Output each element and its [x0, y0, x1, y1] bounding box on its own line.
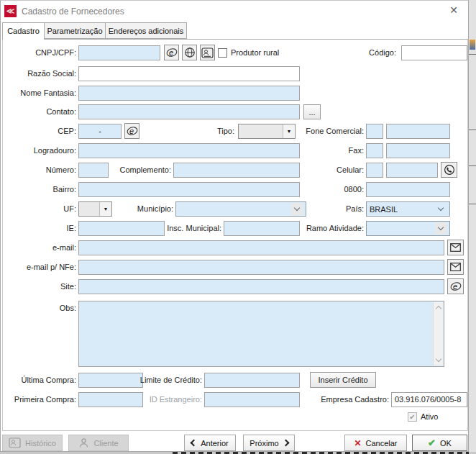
- limite-credito-input[interactable]: [204, 373, 300, 388]
- uf-select[interactable]: ▼: [78, 201, 112, 217]
- site-label: Site:: [1, 279, 76, 294]
- cancelar-button[interactable]: ✕ Cancelar: [344, 435, 407, 451]
- svg-text:e: e: [169, 48, 173, 57]
- window-title: Cadastro de Fornecedores: [22, 6, 124, 17]
- historico-label: Histórico: [25, 439, 56, 448]
- numero-label: Número:: [1, 163, 76, 178]
- razao-social-input[interactable]: [78, 66, 300, 81]
- tab-parametrizacao[interactable]: Parametrização: [44, 22, 106, 39]
- close-icon[interactable]: ✕: [449, 4, 458, 16]
- svg-text:e: e: [453, 282, 457, 291]
- id-estrangeiro-label: ID Estrangeiro:: [127, 392, 202, 407]
- ativo-checkbox[interactable]: ✔: [408, 412, 417, 422]
- cliente-button[interactable]: Cliente: [68, 435, 129, 451]
- limite-credito-label: Limite de Crédito:: [127, 373, 202, 388]
- historico-button[interactable]: Histórico: [2, 435, 63, 451]
- ramo-atividade-select[interactable]: [366, 221, 450, 236]
- anterior-label: Anterior: [201, 439, 229, 448]
- complemento-input[interactable]: [173, 163, 300, 178]
- contato-label: Contato:: [1, 104, 76, 119]
- proximo-button[interactable]: Próximo: [243, 435, 295, 451]
- ie-label: IE:: [1, 221, 76, 236]
- tipo-label: Tipo:: [177, 124, 234, 139]
- numero-input[interactable]: [78, 163, 109, 178]
- nome-fantasia-label: Nome Fantasia:: [1, 86, 76, 101]
- tel0800-input[interactable]: [366, 182, 450, 197]
- cnpj-contact-card-button[interactable]: [200, 45, 215, 60]
- email-label: e-mail:: [1, 240, 76, 255]
- celular-ddd-input[interactable]: [366, 163, 383, 178]
- tel0800-label: 0800:: [288, 182, 364, 197]
- send-email-nfe-button[interactable]: [447, 259, 464, 275]
- open-site-button[interactable]: e: [447, 278, 464, 294]
- bairro-input[interactable]: [78, 182, 300, 197]
- fone-comercial-input[interactable]: [386, 124, 450, 139]
- anterior-button[interactable]: Anterior: [184, 435, 236, 451]
- email-nfe-input[interactable]: [78, 260, 444, 275]
- fone-comercial-ddd-input[interactable]: [366, 124, 383, 139]
- ie-globe-icon: e: [127, 125, 138, 137]
- fone-comercial-label: Fone Comercial:: [288, 124, 364, 139]
- fax-ddd-input[interactable]: [366, 143, 383, 158]
- uf-value: [79, 202, 83, 216]
- empresa-cadastro-label: Empresa Cadastro:: [303, 392, 389, 407]
- pais-select[interactable]: BRASIL: [366, 201, 450, 217]
- send-email-button[interactable]: [447, 240, 464, 255]
- person-card-icon: [9, 437, 21, 448]
- tab-enderecos-adicionais[interactable]: Endereços adicionais: [105, 22, 187, 39]
- cep-web-lookup-button[interactable]: e: [124, 123, 139, 139]
- ativo-label: Ativo: [421, 409, 438, 425]
- svg-text:e: e: [129, 127, 134, 135]
- ultima-compra-label: Última Compra:: [1, 373, 76, 388]
- cep-label: CEP:: [1, 124, 76, 139]
- globe-icon: [184, 47, 196, 58]
- codigo-input[interactable]: [401, 45, 467, 60]
- ok-check-icon: ✔: [428, 437, 436, 448]
- celular-input[interactable]: [386, 163, 438, 178]
- empresa-cadastro-input[interactable]: 03.916.076/0005-8: [391, 392, 467, 407]
- chevron-left-icon: [191, 440, 198, 447]
- envelope-icon: [450, 243, 461, 252]
- id-estrangeiro-input[interactable]: [204, 392, 300, 407]
- logradouro-label: Logradouro:: [1, 143, 76, 158]
- obs-scrollbar[interactable]: [433, 302, 443, 366]
- ok-button[interactable]: ✔ OK: [412, 435, 467, 451]
- produtor-rural-checkbox[interactable]: [218, 48, 227, 58]
- dropdown-arrow-icon[interactable]: ▼: [99, 202, 111, 216]
- produtor-rural-label: Produtor rural: [231, 45, 279, 60]
- cnpj-label: CNPJ/CPF:: [1, 45, 76, 60]
- chevron-down-icon[interactable]: [435, 203, 447, 215]
- cancel-x-icon: ✕: [354, 438, 361, 448]
- obs-textarea[interactable]: [78, 301, 444, 367]
- insc-municipal-label: Insc. Municipal:: [166, 221, 221, 236]
- person-card-icon: [201, 47, 214, 58]
- cep-input[interactable]: -: [78, 124, 122, 139]
- municipio-label: Município:: [114, 201, 173, 217]
- fax-input[interactable]: [386, 143, 450, 158]
- whatsapp-button[interactable]: [441, 162, 457, 178]
- logradouro-input[interactable]: [78, 143, 300, 158]
- scroll-down-icon[interactable]: [436, 356, 441, 362]
- codigo-label: Código:: [324, 45, 396, 60]
- contato-input[interactable]: [78, 104, 300, 119]
- tipo-select[interactable]: ▼: [238, 124, 296, 139]
- cnpj-input[interactable]: [78, 45, 160, 60]
- chevron-down-icon[interactable]: [435, 222, 447, 235]
- envelope-icon: [450, 263, 461, 271]
- site-input[interactable]: [78, 279, 444, 294]
- inserir-credito-button[interactable]: Inserir Crédito: [310, 372, 376, 388]
- ie-globe-icon: e: [166, 47, 178, 58]
- whatsapp-icon: [444, 164, 455, 176]
- tab-cadastro[interactable]: Cadastro: [2, 22, 45, 40]
- contato-browse-button[interactable]: ...: [303, 104, 321, 119]
- ie-input[interactable]: [78, 221, 165, 236]
- municipio-select[interactable]: [175, 201, 306, 217]
- pais-value: BRASIL: [370, 205, 398, 214]
- nome-fantasia-input[interactable]: [78, 86, 300, 101]
- cnpj-sintegra-button[interactable]: [182, 45, 197, 60]
- scroll-up-icon[interactable]: [436, 306, 441, 312]
- background-window-edge: [469, 0, 476, 454]
- email-input[interactable]: [78, 240, 444, 255]
- cnpj-web-lookup-button[interactable]: e: [164, 45, 179, 60]
- pais-label: País:: [288, 201, 364, 217]
